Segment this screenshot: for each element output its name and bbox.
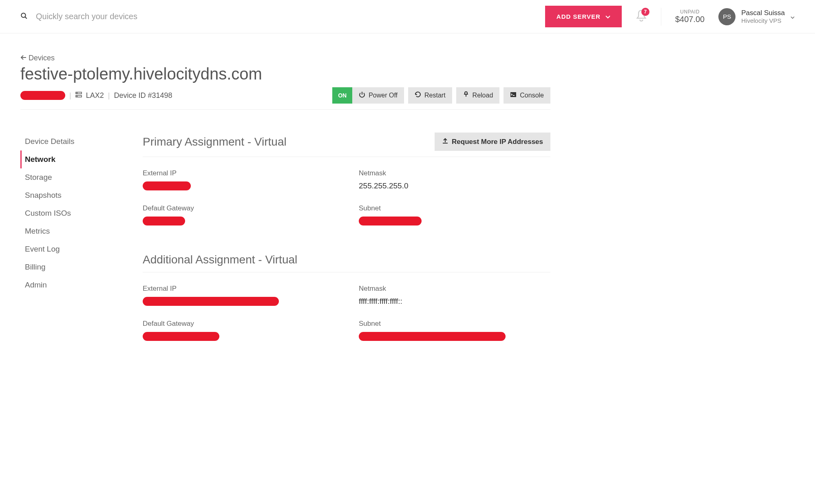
- breadcrumb-label: Devices: [29, 54, 55, 62]
- svg-point-0: [21, 13, 26, 18]
- console-label: Console: [520, 92, 544, 99]
- field-subnet: Subnet: [359, 204, 550, 227]
- notification-badge: 7: [641, 8, 649, 16]
- breadcrumb-back[interactable]: Devices: [20, 54, 550, 62]
- back-arrow-icon: [20, 54, 26, 62]
- reload-icon: [463, 91, 469, 99]
- field-label: Netmask: [359, 169, 550, 177]
- section-title: Primary Assignment - Virtual: [143, 135, 287, 148]
- field-label: External IP: [143, 285, 334, 293]
- field-netmask: Netmask 255.255.255.0: [359, 169, 550, 192]
- unpaid-label: UNPAID: [675, 9, 705, 15]
- restart-label: Restart: [424, 92, 446, 99]
- network-panel: Primary Assignment - Virtual Request Mor…: [143, 133, 550, 369]
- field-grid-primary: External IP Netmask 255.255.255.0 Defaul…: [143, 169, 550, 227]
- power-icon: [359, 91, 365, 99]
- sidebar: Device Details Network Storage Snapshots…: [20, 133, 126, 369]
- unpaid-amount: $407.00: [675, 15, 705, 24]
- field-label: External IP: [143, 169, 334, 177]
- divider: [20, 109, 550, 110]
- user-name: Pascal Suissa: [741, 9, 785, 17]
- datacenter-label: LAX2: [86, 91, 104, 100]
- bell-icon: [636, 17, 647, 24]
- console-icon: [510, 91, 517, 99]
- field-external-ip: External IP: [143, 285, 334, 307]
- unpaid-summary[interactable]: UNPAID $407.00: [669, 9, 710, 24]
- search-icon: [20, 12, 28, 21]
- search-input[interactable]: [36, 12, 537, 21]
- restart-icon: [415, 91, 421, 99]
- search-wrap: [20, 12, 537, 21]
- svg-point-4: [77, 93, 77, 93]
- field-gateway: Default Gateway: [143, 320, 334, 343]
- upload-icon: [442, 137, 448, 146]
- device-meta: | LAX2 | Device ID #31498: [20, 91, 172, 100]
- power-off-label: Power Off: [369, 92, 398, 99]
- content-row: Device Details Network Storage Snapshots…: [20, 133, 550, 369]
- meta-separator: |: [108, 91, 110, 100]
- section-header-primary: Primary Assignment - Virtual Request Mor…: [143, 133, 550, 151]
- request-ip-label: Request More IP Addresses: [452, 138, 543, 146]
- field-subnet: Subnet: [359, 320, 550, 343]
- field-label: Subnet: [359, 204, 550, 212]
- chevron-down-icon: [605, 13, 610, 20]
- topbar: ADD SERVER 7 UNPAID $407.00 PS Pascal Su…: [0, 0, 815, 33]
- field-value: ffff:ffff:ffff:ffff::: [359, 297, 550, 306]
- redacted-value: [359, 217, 422, 225]
- power-off-button[interactable]: Power Off: [352, 87, 404, 104]
- divider: [143, 272, 550, 272]
- reload-button[interactable]: Reload: [456, 87, 500, 104]
- field-label: Netmask: [359, 285, 550, 293]
- sidebar-item-custom-isos[interactable]: Custom ISOs: [20, 204, 126, 222]
- datacenter-icon: [75, 91, 82, 100]
- divider: [143, 157, 550, 157]
- svg-line-1: [25, 17, 27, 19]
- field-grid-additional: External IP Netmask ffff:ffff:ffff:ffff:…: [143, 285, 550, 343]
- sidebar-item-storage[interactable]: Storage: [20, 168, 126, 186]
- section-title: Additional Assignment - Virtual: [143, 253, 297, 266]
- device-actions: ON Power Off Restart Reload Console: [332, 87, 550, 104]
- field-gateway: Default Gateway: [143, 204, 334, 227]
- meta-separator: |: [69, 91, 71, 100]
- field-value: 255.255.255.0: [359, 181, 550, 190]
- svg-point-5: [77, 96, 77, 96]
- redacted-value: [143, 297, 279, 306]
- add-server-button[interactable]: ADD SERVER: [545, 6, 622, 27]
- user-org: Hivelocity VPS: [741, 17, 785, 24]
- svg-rect-6: [510, 92, 516, 97]
- main-content: Devices festive-ptolemy.hivelocitydns.co…: [0, 33, 571, 385]
- redacted-value: [359, 332, 506, 341]
- field-label: Default Gateway: [143, 320, 334, 328]
- redacted-value: [143, 332, 219, 341]
- sidebar-item-snapshots[interactable]: Snapshots: [20, 186, 126, 204]
- divider: [661, 8, 661, 26]
- avatar: PS: [718, 8, 735, 25]
- sidebar-item-admin[interactable]: Admin: [20, 276, 126, 294]
- restart-button[interactable]: Restart: [408, 87, 452, 104]
- sidebar-item-network[interactable]: Network: [20, 150, 126, 168]
- add-server-label: ADD SERVER: [557, 13, 601, 20]
- redacted-value: [143, 217, 185, 225]
- sidebar-item-metrics[interactable]: Metrics: [20, 222, 126, 240]
- reload-label: Reload: [473, 92, 493, 99]
- console-button[interactable]: Console: [504, 87, 550, 104]
- sidebar-item-billing[interactable]: Billing: [20, 258, 126, 276]
- device-meta-row: | LAX2 | Device ID #31498 ON Power Off R…: [20, 87, 550, 104]
- section-header-additional: Additional Assignment - Virtual: [143, 253, 550, 266]
- request-ip-button[interactable]: Request More IP Addresses: [435, 133, 550, 151]
- field-external-ip: External IP: [143, 169, 334, 192]
- status-badge: ON: [332, 87, 352, 104]
- field-netmask: Netmask ffff:ffff:ffff:ffff::: [359, 285, 550, 307]
- sidebar-item-device-details[interactable]: Device Details: [20, 133, 126, 150]
- notifications-button[interactable]: 7: [630, 9, 653, 24]
- field-label: Default Gateway: [143, 204, 334, 212]
- redacted-value: [143, 181, 191, 190]
- redacted-value: [20, 91, 65, 100]
- field-label: Subnet: [359, 320, 550, 328]
- device-hostname: festive-ptolemy.hivelocitydns.com: [20, 65, 550, 83]
- user-menu[interactable]: PS Pascal Suissa Hivelocity VPS: [718, 8, 795, 25]
- chevron-down-icon: [791, 13, 795, 20]
- device-id-label: Device ID #31498: [114, 91, 172, 100]
- sidebar-item-event-log[interactable]: Event Log: [20, 240, 126, 258]
- user-meta: Pascal Suissa Hivelocity VPS: [741, 9, 785, 24]
